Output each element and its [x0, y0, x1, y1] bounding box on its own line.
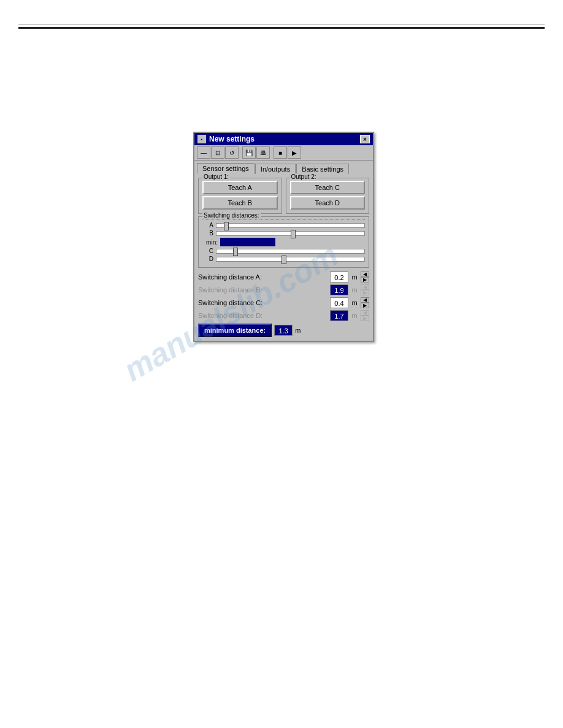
- spin-up-b[interactable]: ◀: [361, 284, 369, 290]
- distance-label-b: Switching distance B:: [198, 286, 330, 294]
- spin-up-a[interactable]: ◀: [361, 271, 369, 277]
- teach-c-button[interactable]: Teach C: [290, 181, 366, 194]
- slider-row-a: A: [202, 222, 365, 229]
- min-distance-row: minimum distance: 1.3 m: [198, 324, 369, 337]
- slider-track-b[interactable]: [216, 231, 365, 236]
- distance-row-b: Switching distance B: 1.9 m ◀ ▶: [198, 284, 369, 295]
- slider-thumb-d[interactable]: [282, 256, 286, 264]
- dialog-window: ▪ New settings × — ⊡ ↺ 💾 🖶 ■ ▶ Sensor se…: [193, 132, 374, 342]
- teach-a-button[interactable]: Teach A: [202, 181, 278, 194]
- slider-label-c: C: [202, 248, 213, 254]
- dotted-separator: [202, 219, 365, 220]
- slider-track-d[interactable]: [216, 257, 365, 262]
- distance-label-d: Switching distance D:: [198, 312, 330, 319]
- slider-thumb-b[interactable]: [291, 230, 296, 238]
- distance-value-b: 1.9: [330, 284, 348, 295]
- min-distance-value: 1.3: [274, 325, 293, 336]
- min-bar: [220, 238, 275, 246]
- dialog-toolbar: — ⊡ ↺ 💾 🖶 ■ ▶: [194, 145, 373, 161]
- distance-label-c: Switching distance C:: [198, 299, 330, 306]
- output-row: Output 1: Teach A Teach B Output 2: Teac…: [198, 178, 369, 214]
- teach-b-button[interactable]: Teach B: [202, 196, 278, 210]
- spin-down-c[interactable]: ▶: [361, 303, 369, 308]
- toolbar-btn-stop[interactable]: ■: [274, 146, 287, 159]
- min-distance-button[interactable]: minimum distance:: [198, 324, 272, 337]
- spin-down-a[interactable]: ▶: [361, 277, 369, 282]
- distance-value-a: 0.2: [330, 271, 348, 282]
- spin-btns-d: ◀ ▶: [361, 310, 369, 321]
- distance-row-d: Switching distance D: 1.7 m ◀ ▶: [198, 310, 369, 321]
- close-button[interactable]: ×: [360, 135, 370, 143]
- min-label: min:: [202, 239, 218, 246]
- spin-down-d[interactable]: ▶: [361, 316, 369, 321]
- spin-btns-b: ◀ ▶: [361, 284, 369, 295]
- spin-down-b[interactable]: ▶: [361, 290, 369, 295]
- output1-label: Output 1:: [202, 173, 230, 180]
- distance-value-d: 1.7: [330, 310, 348, 321]
- output1-group: Output 1: Teach A Teach B: [198, 178, 282, 214]
- output2-label: Output 2:: [290, 173, 318, 180]
- distance-value-c: 0.4: [330, 297, 348, 308]
- slider-label-b: B: [202, 230, 213, 237]
- tab-sensor-settings[interactable]: Sensor settings: [197, 163, 255, 174]
- toolbar-btn-undo[interactable]: ↺: [225, 146, 239, 159]
- slider-track-a[interactable]: [216, 223, 365, 228]
- distance-row-a: Switching distance A: 0.2 m ◀ ▶: [198, 271, 369, 282]
- toolbar-btn-play[interactable]: ▶: [288, 146, 301, 159]
- switching-distances-label: Switching distances:: [202, 212, 261, 219]
- title-icon: ▪: [197, 135, 206, 143]
- slider-row-b: B: [202, 230, 365, 237]
- slider-thumb-a[interactable]: [224, 222, 229, 230]
- spin-up-d[interactable]: ◀: [361, 310, 369, 316]
- teach-d-button[interactable]: Teach D: [290, 196, 366, 210]
- slider-row-d: D: [202, 256, 365, 262]
- spin-btns-a: ◀ ▶: [361, 271, 369, 282]
- min-bar-row: min:: [202, 238, 365, 246]
- tab-in-outputs[interactable]: In/outputs: [255, 164, 296, 174]
- distance-label-a: Switching distance A:: [198, 273, 330, 281]
- dialog-content: Output 1: Teach A Teach B Output 2: Teac…: [194, 174, 373, 341]
- min-distance-unit: m: [295, 327, 301, 334]
- tab-basic-settings[interactable]: Basic settings: [296, 164, 349, 174]
- slider-label-d: D: [202, 256, 213, 262]
- dialog-titlebar: ▪ New settings ×: [194, 133, 373, 145]
- slider-track-c[interactable]: [216, 249, 365, 254]
- distance-row-c: Switching distance C: 0.4 m ◀ ▶: [198, 297, 369, 308]
- toolbar-btn-restore[interactable]: ⊡: [211, 146, 224, 159]
- distance-unit-b: m: [350, 286, 359, 294]
- toolbar-btn-print[interactable]: 🖶: [256, 146, 270, 159]
- toolbar-btn-save[interactable]: 💾: [242, 146, 256, 159]
- slider-row-c: C: [202, 248, 365, 254]
- spin-up-c[interactable]: ◀: [361, 297, 369, 303]
- spin-btns-c: ◀ ▶: [361, 297, 369, 308]
- dialog-title: New settings: [209, 135, 255, 143]
- distance-unit-d: m: [350, 312, 359, 319]
- dialog-tabs: Sensor settings In/outputs Basic setting…: [194, 161, 373, 174]
- switching-distances-group: Switching distances: A B min:: [198, 216, 369, 268]
- distance-unit-c: m: [350, 299, 359, 306]
- toolbar-btn-minimize[interactable]: —: [197, 146, 210, 159]
- slider-thumb-c[interactable]: [233, 248, 238, 256]
- slider-label-a: A: [202, 222, 213, 229]
- output2-group: Output 2: Teach C Teach D: [286, 178, 370, 214]
- distance-unit-a: m: [350, 273, 359, 281]
